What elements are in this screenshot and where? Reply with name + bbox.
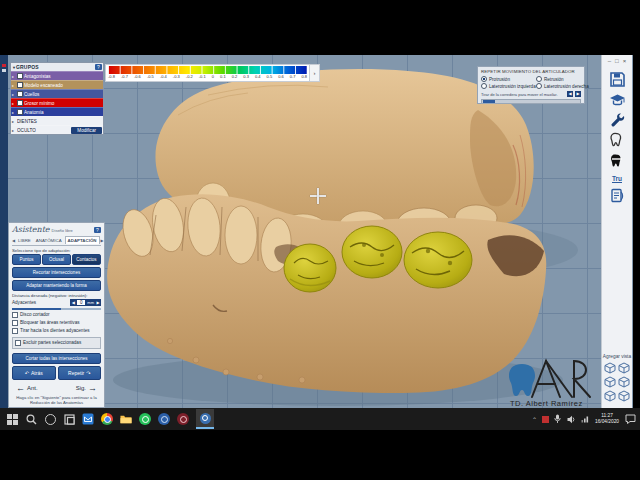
slider-right-button[interactable]: ▶	[575, 91, 581, 97]
library-icon[interactable]	[610, 188, 624, 204]
adapt-oclusal-button[interactable]: Oclusal	[42, 254, 71, 265]
atras-button[interactable]: ↶ Atrás	[12, 366, 56, 380]
tab-adaptacion[interactable]: ADAPTACIÓN	[65, 236, 100, 244]
tooth-solid-icon[interactable]	[609, 153, 625, 169]
visibility-checkbox[interactable]	[17, 100, 23, 106]
radio-dot[interactable]	[481, 76, 487, 82]
visibility-checkbox[interactable]	[17, 73, 23, 79]
view-cube-icon[interactable]	[604, 376, 616, 388]
adapt-contactos-button[interactable]: Contactos	[72, 254, 101, 265]
adjacent-slider[interactable]	[12, 308, 101, 310]
grupos-header[interactable]: ▼ GRUPOS ?	[11, 63, 103, 71]
view-cube-icon[interactable]	[618, 376, 630, 388]
tab-anatomica[interactable]: ANATÓMICA	[34, 237, 64, 244]
minimize-button[interactable]: –	[608, 56, 611, 66]
adaptar-manteniendo-forma-button[interactable]: Adaptar manteniendo la forma	[12, 280, 101, 291]
recortar-intersecciones-button[interactable]: Recortar intersecciones	[12, 267, 101, 278]
crown-molar-2[interactable]	[404, 232, 472, 288]
group-row-modelo-escaneado[interactable]: ▸ Modelo escaneado	[11, 80, 103, 89]
notification-center-icon[interactable]	[624, 413, 636, 425]
radio-dot[interactable]	[536, 76, 542, 82]
start-button[interactable]	[6, 413, 18, 425]
radio-dot[interactable]	[536, 83, 542, 89]
view-cube-icon[interactable]	[618, 362, 630, 374]
close-button[interactable]: ×	[623, 56, 627, 66]
crown-molar-1[interactable]	[342, 226, 402, 278]
next-button[interactable]: Sig.	[76, 385, 86, 391]
search-icon[interactable]	[25, 413, 37, 425]
radio-retrusion[interactable]: Retrusión	[536, 76, 589, 82]
expander-icon[interactable]: ▸	[12, 92, 16, 97]
tab-libre[interactable]: LIBRE	[16, 237, 33, 244]
expander-icon[interactable]: ▸	[12, 101, 16, 106]
tray-network-icon[interactable]	[581, 413, 590, 425]
3d-viewport[interactable]: TD. Albert Ramírez ▼ GRUPOS ? ▸ Antagoni…	[8, 55, 601, 408]
expander-icon[interactable]: ▸	[12, 128, 16, 133]
expander-icon[interactable]: ▸	[12, 110, 16, 115]
radio-laterotrusion-izquierda[interactable]: Laterotrusión izquierda	[481, 83, 536, 89]
group-row-oculto[interactable]: ▸ OCULTO Modificar	[11, 125, 103, 134]
tools-wrench-icon[interactable]	[610, 112, 625, 127]
cortana-icon[interactable]	[44, 413, 56, 425]
articulator-slider-track[interactable]	[481, 99, 581, 104]
group-row-dientes[interactable]: ▸ DIENTES	[11, 116, 103, 125]
maximize-button[interactable]: □	[615, 56, 619, 66]
tabs-prev-icon[interactable]: ◀	[12, 238, 15, 243]
checkbox[interactable]	[12, 320, 18, 326]
blue-app-icon[interactable]	[158, 413, 170, 425]
colorbar-expand-button[interactable]: ›	[309, 65, 319, 81]
radio-protrusion[interactable]: Protrusión	[481, 76, 536, 82]
taskbar-clock[interactable]: 11:27 16/04/2020	[595, 413, 619, 425]
group-row-cuellos[interactable]: ▸ Cuellos	[11, 89, 103, 98]
tabs-next-icon[interactable]: ▶	[101, 238, 104, 243]
tray-mic-icon[interactable]	[554, 413, 562, 425]
group-row-anatomia[interactable]: ▸ Anatomía	[11, 107, 103, 116]
adapt-puntos-button[interactable]: Puntos	[12, 254, 41, 265]
help-button[interactable]: ?	[94, 227, 101, 233]
checkbox[interactable]	[12, 328, 18, 334]
visibility-checkbox[interactable]	[17, 91, 23, 97]
adjacent-value[interactable]: 0	[77, 300, 85, 305]
cortar-todas-button[interactable]: Cortar todas las intersecciones	[12, 353, 101, 364]
view-cube-icon[interactable]	[604, 390, 616, 402]
expander-icon[interactable]: ▸	[12, 119, 16, 124]
mail-app-icon[interactable]	[82, 413, 94, 425]
repetir-button[interactable]: Repetir ↷	[58, 366, 102, 380]
radio-dot[interactable]	[481, 83, 487, 89]
modify-button[interactable]: Modificar	[71, 127, 102, 134]
checkbox-disco-cortador[interactable]: Disco cortador	[12, 312, 101, 318]
red-app-icon[interactable]	[177, 413, 189, 425]
group-row-antagonistas[interactable]: ▸ Antagonistas	[11, 71, 103, 80]
prev-button[interactable]: Ant.	[27, 385, 38, 391]
tray-chevron-icon[interactable]: ⌃	[532, 416, 537, 423]
radio-laterotrusion-derecha[interactable]: Laterotrusión derecha	[536, 83, 589, 89]
checkbox-excluir-partes[interactable]: Excluir partes seleccionadas	[12, 337, 101, 349]
stepper-down-button[interactable]: ◀	[70, 300, 76, 306]
crown-premolar[interactable]	[284, 244, 336, 292]
prev-arrow-icon[interactable]: ←	[16, 383, 25, 393]
tray-security-icon[interactable]	[542, 416, 549, 423]
tray-volume-icon[interactable]	[567, 413, 576, 425]
whatsapp-app-icon[interactable]	[139, 413, 151, 425]
chrome-icon[interactable]	[101, 413, 113, 425]
checkbox[interactable]	[15, 340, 21, 346]
file-explorer-icon[interactable]	[120, 413, 132, 425]
next-arrow-icon[interactable]: →	[88, 383, 97, 393]
adjacent-stepper[interactable]: ◀ 0 mm ▶	[70, 299, 101, 306]
save-icon[interactable]	[609, 71, 626, 88]
slider-left-button[interactable]: ◀	[567, 91, 573, 97]
tooth-outline-icon[interactable]	[609, 132, 625, 148]
active-app-dentalcad-icon[interactable]	[196, 409, 214, 429]
stepper-up-button[interactable]: ▶	[95, 300, 101, 306]
checkbox[interactable]	[12, 312, 18, 318]
visibility-checkbox[interactable]	[17, 109, 23, 115]
expander-icon[interactable]: ▸	[12, 83, 16, 88]
education-cap-icon[interactable]	[609, 93, 626, 107]
trusmile-icon[interactable]: Tru	[612, 175, 622, 183]
checkbox-bloquear-areas[interactable]: Bloquear las áreas retentivas	[12, 320, 101, 326]
view-cube-icon[interactable]	[604, 362, 616, 374]
expander-icon[interactable]: ▸	[12, 74, 16, 79]
task-view-icon[interactable]	[63, 413, 75, 425]
visibility-checkbox[interactable]	[17, 82, 23, 88]
help-button[interactable]: ?	[95, 64, 102, 70]
